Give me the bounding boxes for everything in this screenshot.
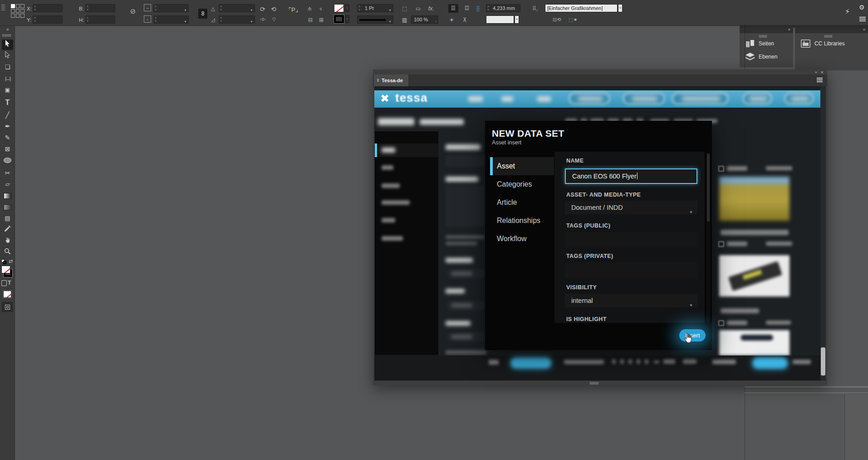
object-style-dropdown-arrow[interactable]: ˅ [618, 4, 623, 12]
tags-public-input[interactable] [565, 232, 697, 247]
scale-y-field[interactable]: ˄˅▼ [153, 15, 189, 24]
text-wrap-bounding-icon[interactable]: ☲ [462, 4, 472, 13]
selection-tool[interactable] [2, 40, 13, 50]
direct-selection-tool[interactable] [2, 51, 13, 61]
formatting-text-icon[interactable]: T [8, 280, 11, 286]
saved-search-blurred[interactable] [420, 119, 464, 125]
link-scale-icon[interactable]: 8 [198, 9, 207, 19]
name-input[interactable]: Canon EOS 600 Flyer [565, 168, 697, 184]
content-textarea-blurred[interactable] [446, 185, 485, 227]
select-blurred[interactable] [447, 301, 485, 311]
text-wrap-none-icon[interactable]: ☰ [448, 4, 458, 13]
nav-item-blurred[interactable] [501, 96, 513, 102]
filter-item-active[interactable] [375, 143, 438, 157]
gap-field[interactable]: ˄˅4,233 mm [486, 4, 520, 12]
type-select[interactable]: Document / INDD▼ [565, 201, 697, 214]
rotate-cw-icon[interactable]: ⟳ [260, 5, 265, 13]
stroke-type-field[interactable]: ▼ [357, 15, 393, 24]
default-fill-stroke-icon[interactable] [1, 259, 7, 264]
page-number-blurred[interactable] [637, 359, 640, 364]
pages-panel-button[interactable]: Seiten [745, 40, 774, 48]
header-pill-button[interactable] [672, 93, 728, 104]
wrap-options-b-icon[interactable]: ⊼ [463, 17, 467, 23]
reference-point-proxy[interactable] [11, 4, 25, 18]
control-bar-menu-icon[interactable] [859, 17, 866, 21]
rotation-field[interactable]: ˄˅▼ [219, 4, 255, 12]
page-number-blurred[interactable] [663, 359, 675, 364]
nav-tab-article[interactable]: Article [490, 193, 554, 212]
gradient-feather-tool[interactable] [2, 202, 13, 213]
wrap-options-a-icon[interactable]: ☀ [449, 17, 454, 23]
form-scrollbar-track[interactable] [706, 153, 710, 322]
asset-thumbnail-wheat[interactable] [719, 177, 790, 221]
page-number-blurred[interactable] [645, 359, 648, 364]
panel-menu-icon[interactable] [817, 78, 823, 82]
fitting-dropdown-arrow[interactable]: ˅ [515, 15, 519, 24]
gear-icon[interactable]: ⚙ [859, 4, 865, 11]
width-field[interactable]: ˄˅ [85, 4, 115, 12]
select-content-icon[interactable]: ⊟ [308, 17, 313, 23]
cc-group-grip[interactable] [824, 35, 832, 38]
collapse-cc-group-icon[interactable]: « [863, 27, 865, 32]
scissors-tool[interactable]: ✂ [2, 168, 13, 178]
nav-tab-workflow[interactable]: Workflow [490, 230, 554, 248]
frame-fitting-icon[interactable]: ⣿ [476, 5, 480, 12]
fill-swatch[interactable] [1, 266, 10, 273]
header-pill-button[interactable] [785, 93, 814, 104]
header-pill-button[interactable] [623, 93, 665, 104]
type-tool[interactable]: T [2, 98, 13, 108]
header-pill-button[interactable] [743, 93, 772, 104]
y-position-field[interactable]: ˄˅ [33, 15, 63, 24]
cc-libraries-panel-button[interactable]: CC Libraries [801, 40, 845, 48]
pages-group-grip[interactable] [759, 35, 767, 38]
asset-checkbox[interactable] [718, 241, 724, 247]
constrain-proportions-icon[interactable]: ⊘ [128, 6, 138, 17]
expand-tools-icon[interactable]: » [6, 27, 9, 32]
apply-none-button[interactable] [2, 302, 13, 312]
select-container-icon[interactable]: ⌜P⌟ [289, 6, 298, 13]
note-tool[interactable]: ▤ [2, 213, 13, 224]
asset-thumbnail-product[interactable] [719, 255, 790, 297]
line-tool[interactable]: ╱ [2, 110, 13, 120]
x-position-field[interactable]: ˄˅ [33, 4, 63, 12]
page-number-blurred[interactable] [612, 359, 616, 364]
filter-item-blurred[interactable] [382, 218, 395, 223]
object-style-field[interactable]: [Einfacher Grafikrahmen] [545, 4, 618, 12]
formatting-container-icon[interactable] [1, 280, 7, 286]
corner-shape-icon[interactable]: ▭ [416, 5, 421, 12]
shear-field[interactable]: ˄˅▼ [219, 15, 255, 24]
web-scrollbar-track[interactable] [820, 86, 826, 381]
corner-options-icon[interactable]: ⬚ [402, 5, 407, 12]
nav-tab-asset[interactable]: Asset [490, 157, 554, 175]
filter-item-blurred[interactable] [382, 236, 403, 241]
tools-grip[interactable] [2, 34, 11, 37]
zoom-tool[interactable] [2, 247, 13, 258]
pencil-tool[interactable]: ✎ [2, 133, 13, 143]
rotate-ccw-icon[interactable]: ⟲ [271, 5, 276, 13]
stroke-none-swatch[interactable] [334, 4, 344, 12]
gap-tool[interactable]: |↔| [2, 74, 13, 84]
scale-x-field[interactable]: ˄˅▼ [153, 4, 189, 12]
pen-tool[interactable]: ✒ [2, 121, 13, 132]
select-previous-icon[interactable]: ⫛ [308, 5, 311, 12]
footer-button-blue[interactable] [510, 357, 551, 368]
style-override-icon[interactable]: ⊡⟲ [553, 17, 561, 23]
insert-button[interactable]: Insert [679, 329, 706, 341]
fitting-options-field[interactable] [486, 15, 514, 24]
search-term-input-blurred[interactable] [446, 155, 485, 167]
stroke-color-swatch[interactable] [334, 15, 344, 23]
apply-color-button[interactable] [2, 289, 13, 299]
eyedropper-tool[interactable] [2, 225, 13, 235]
asset-thumbnail-card[interactable] [719, 330, 790, 356]
height-field[interactable]: ˄˅ [85, 15, 115, 24]
asset-checkbox[interactable] [718, 320, 724, 326]
filter-item-blurred[interactable] [382, 200, 410, 205]
stroke-weight-field[interactable]: ˄˅1 Pt▼ [357, 4, 393, 12]
panel-resize-grip[interactable] [590, 382, 598, 385]
web-scrollbar-thumb[interactable] [821, 347, 825, 376]
nav-tab-categories[interactable]: Categories [490, 175, 554, 193]
opacity-field[interactable]: 100 %› [411, 15, 438, 24]
rectangle-frame-tool[interactable]: ⊠ [2, 144, 13, 154]
page-tool[interactable]: ❏ [2, 62, 13, 73]
filter-item-blurred[interactable] [382, 183, 400, 188]
